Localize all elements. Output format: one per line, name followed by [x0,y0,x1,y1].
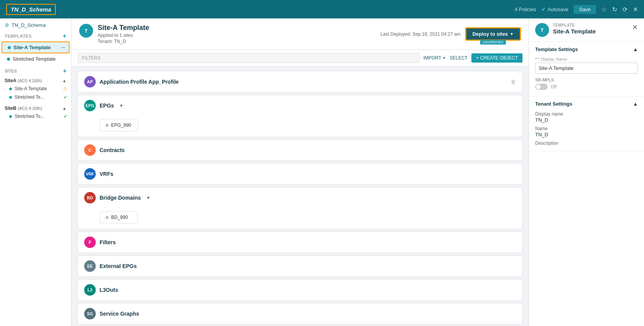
sync-icon[interactable]: ⟳ [622,6,627,13]
contracts-header[interactable]: C Contracts [78,140,522,161]
tenant-settings-header[interactable]: Tenant Settings ▲ [535,101,638,107]
deploy-info: Last Deployed: Sep 18, 2021 04:27 am [380,31,460,37]
import-label: IMPORT [423,55,441,61]
sr-mpls-toggle[interactable] [535,84,547,90]
display-name-label: * Display Name [535,57,638,61]
delete-icon[interactable]: 🗑 [511,79,516,85]
create-object-button[interactable]: + CREATE OBJECT [471,53,523,63]
more-icon[interactable]: ··· [61,45,65,50]
contracts-title: Contracts [100,147,125,153]
sidebar-schema-label: TN_D_Schema [12,22,46,28]
tenant-name-group: Name TN_D [535,126,638,137]
sub-item-label: Site-A Template [15,86,47,91]
item-dot [8,46,11,49]
sidebar-item-stretched-template[interactable]: Stretched Template [2,54,70,64]
tenant-name-value: TN_D [535,132,638,137]
schema-title[interactable]: TN_D_Schema [6,4,56,15]
object-section-l3outs: L3 L3Outs [78,279,523,301]
template-subtitle2: Tenant: TN_D [98,39,149,44]
template-title: Site-A Template [98,24,149,32]
deploy-label: Deploy to sites [473,31,508,37]
sr-mpls-toggle-row: SR-MPLS [535,78,638,82]
add-template-icon[interactable]: + [63,33,67,40]
policies-count: 4 Policies [515,7,536,12]
filter-actions: IMPORT ▼ SELECT + CREATE OBJECT [423,53,523,63]
filter-input[interactable]: FILTERS [78,53,419,63]
sr-mpls-label: SR-MPLS [535,78,554,82]
l3outs-avatar: L3 [84,284,96,296]
site-group-siteb-header[interactable]: SiteB (ACI) 4.2(6h) ▲ [0,104,71,112]
template-settings-section: Template Settings ▲ * Display Name SR-MP… [529,42,644,96]
object-section-service-graphs: SG Service Graphs [78,303,523,324]
right-panel-header: T TEMPLATE Site-A Template ✕ [529,18,644,42]
site-group-sitea-header[interactable]: SiteA (ACI) 4.2(6h) ▲ [0,76,71,84]
sub-item-stretched-template-a[interactable]: Stretched Te... ✔ [0,93,71,101]
templates-section-header: TEMPLATES + [0,30,71,41]
bridge-domains-header[interactable]: BD Bridge Domains ▼ [78,187,522,208]
sub-item-label: Stretched Te... [15,94,44,100]
autosave-toggle[interactable]: ✔ Autosave [541,6,568,12]
templates-section-label: TEMPLATES [5,34,32,38]
success-icon: ✔ [63,94,67,100]
refresh-icon[interactable]: ↻ [612,6,617,13]
display-name-input[interactable] [535,63,638,74]
l3outs-header[interactable]: L3 L3Outs [78,280,522,300]
epg-card-990[interactable]: ⚙ EPG_990 [100,119,138,131]
tenant-display-name-value: TN_D [535,117,638,123]
tenant-settings-section: Tenant Settings ▲ Display name TN_D Name… [529,96,644,151]
right-panel: T TEMPLATE Site-A Template ✕ Template Se… [529,18,644,326]
select-button[interactable]: SELECT [450,55,468,61]
object-section-bridge-domains: BD Bridge Domains ▼ ⚙ BD_990 [78,187,523,229]
chevron-up-icon: ▲ [62,78,67,83]
template-subtitle1: Applied to 1 sites [98,33,149,38]
add-site-icon[interactable]: + [63,68,67,74]
template-info: Site-A Template Applied to 1 sites Tenan… [98,24,149,44]
filters-header[interactable]: F Filters [78,232,522,253]
save-button[interactable]: Save [574,5,596,14]
deploy-chevron-icon: ▼ [510,32,514,36]
service-graphs-header[interactable]: SG Service Graphs [78,303,522,324]
ext-epgs-header[interactable]: EE External EPGs [78,256,522,276]
epgs-header[interactable]: EPG EPGs ▼ [78,95,522,116]
right-panel-close-button[interactable]: ✕ [632,23,638,31]
sidebar-schema-item[interactable]: ⚙ TN_D_Schema [0,18,71,30]
bd-card-icon: ⚙ [105,215,109,220]
close-icon[interactable]: ✕ [633,6,638,13]
sub-item-stretched-template-b[interactable]: Stretched To... ✔ [0,112,71,121]
filter-bar: FILTERS IMPORT ▼ SELECT + CREATE OBJECT [72,50,529,66]
app-profile-header[interactable]: AP Application Profile App_Profile 🗑 [78,71,522,92]
object-section-contracts: C Contracts [78,139,523,161]
sidebar-item-site-a-template[interactable]: Site-A Template ··· [2,41,70,53]
item-dot [9,96,12,99]
autosave-label: Autosave [547,7,568,12]
contracts-avatar: C [84,144,96,156]
template-settings-chevron-icon: ▲ [633,46,638,52]
sub-item-site-a-template[interactable]: Site-A Template ⚠ [0,84,71,93]
template-settings-header[interactable]: Template Settings ▲ [535,46,638,52]
deploy-to-sites-button[interactable]: Deploy to sites ▼ [465,27,521,41]
warning-icon: ⚠ [63,86,67,91]
objects-area: AP Application Profile App_Profile 🗑 EPG… [72,66,529,326]
vrfs-header[interactable]: VRF VRFs [78,164,522,184]
epgs-chevron-icon: ▼ [119,103,123,108]
deploy-badge: UNVERIFIED [480,40,506,45]
epgs-title: EPGs [100,103,114,109]
app-profile-avatar: AP [84,76,96,88]
template-settings-title: Template Settings [535,46,578,52]
site-b-label: SiteB (ACI) 4.2(6h) [5,106,42,111]
tenant-description-group: Description [535,141,638,146]
epg-avatar: EPG [84,100,96,111]
ext-epgs-title: External EPGs [100,263,137,269]
epg-card-icon: ⚙ [105,123,109,127]
top-nav: TN_D_Schema 4 Policies ✔ Autosave Save ☆… [0,0,644,18]
tenant-settings-title: Tenant Settings [535,101,572,107]
sites-section-label: SITES [5,69,17,73]
star-icon[interactable]: ☆ [601,6,607,13]
sidebar-item-label: Site-A Template [13,45,51,50]
app-body: ⚙ TN_D_Schema TEMPLATES + Site-A Templat… [0,18,644,326]
bd-card-990[interactable]: ⚙ BD_990 [100,211,138,223]
import-button[interactable]: IMPORT ▼ [423,55,446,61]
sidebar: ⚙ TN_D_Schema TEMPLATES + Site-A Templat… [0,18,72,326]
sr-mpls-toggle-label: Off [551,84,557,89]
sg-avatar: SG [84,308,96,319]
